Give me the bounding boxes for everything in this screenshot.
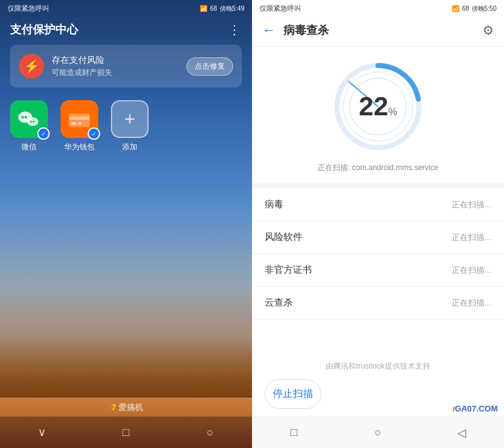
right-watermark: iGA07.COM	[452, 404, 498, 413]
left-panel: 仅限紧急呼叫 📶 68 傍晚5:49 支付保护中心 ⋮ ⚡ 存在支付风险 可能造…	[0, 0, 252, 448]
wechat-label: 微信	[21, 142, 37, 152]
risk-software-label: 风险软件	[265, 231, 302, 243]
right-battery-text: 68	[462, 5, 469, 12]
scan-item-virus: 病毒 正在扫描...	[252, 188, 504, 221]
left-emergency-text: 仅限紧急呼叫	[8, 4, 49, 13]
risk-software-status: 正在扫描...	[452, 232, 491, 243]
warning-sub-text: 可能造成财产损失	[52, 67, 186, 78]
huawei-wallet-app-item[interactable]: ✓ 华为钱包	[60, 100, 98, 152]
cloud-label: 云查杀	[265, 297, 293, 309]
left-signal-area: 📶 68 傍晚5:49	[200, 4, 244, 13]
cert-label: 非官方证书	[265, 264, 312, 276]
right-emergency-text: 仅限紧急呼叫	[260, 4, 301, 13]
left-home-nav[interactable]: □	[113, 420, 139, 445]
right-title-bar: ← 病毒查杀 ⚙	[252, 17, 504, 47]
scan-container: 22% 正在扫描: com.android.mms.service	[252, 47, 504, 183]
scan-item-cloud: 云查杀 正在扫描...	[252, 287, 504, 319]
add-app-item[interactable]: + 添加	[111, 100, 149, 152]
scan-item-risk-software: 风险软件 正在扫描...	[252, 221, 504, 254]
cloud-status: 正在扫描...	[452, 297, 491, 309]
left-battery-text: 68	[210, 5, 217, 12]
warning-card: ⚡ 存在支付风险 可能造成财产损失 点击修复	[10, 45, 242, 88]
warning-text-area: 存在支付风险 可能造成财产损失	[52, 55, 186, 78]
right-time: 傍晚5:50	[472, 4, 496, 13]
percent-number: 22	[359, 91, 389, 121]
wechat-shield-badge: ✓	[37, 127, 50, 140]
percent-display: 22%	[359, 93, 398, 120]
svg-point-1	[21, 116, 24, 118]
app-icons-row: ✓ 微信 ✓ 华为钱包 + 添加	[0, 88, 252, 152]
settings-icon[interactable]: ⚙	[483, 23, 494, 38]
warning-icon: ⚡	[19, 54, 44, 79]
svg-rect-9	[78, 122, 81, 125]
back-button[interactable]: ←	[262, 22, 276, 38]
stop-scan-button[interactable]: 停止扫描	[265, 379, 321, 409]
wechat-app-item[interactable]: ✓ 微信	[10, 100, 48, 152]
fix-button[interactable]: 点击修复	[186, 57, 233, 76]
cert-status: 正在扫描...	[452, 265, 491, 276]
right-wifi-icon: 📶	[452, 5, 459, 12]
scanning-text: 正在扫描: com.android.mms.service	[318, 163, 438, 173]
svg-point-5	[33, 121, 35, 123]
scan-items-list: 病毒 正在扫描... 风险软件 正在扫描... 非官方证书 正在扫描... 云查…	[252, 188, 504, 353]
left-menu-button[interactable]: ⋮	[228, 22, 242, 37]
add-icon: +	[111, 100, 149, 138]
virus-status: 正在扫描...	[452, 199, 491, 210]
wallet-label: 华为钱包	[64, 142, 94, 152]
left-watermark: i7 爱搞机	[109, 402, 142, 413]
left-wifi-icon: 📶	[200, 5, 207, 12]
svg-rect-8	[71, 122, 76, 125]
left-recent-nav[interactable]: ○	[197, 420, 222, 445]
svg-point-2	[25, 116, 27, 118]
warning-main-text: 存在支付风险	[52, 55, 186, 66]
svg-point-4	[30, 121, 32, 123]
left-page-title: 支付保护中心	[10, 22, 78, 37]
right-page-title: 病毒查杀	[284, 23, 329, 38]
left-bottom-nav: ∨ □ ○	[0, 416, 252, 448]
wallet-shield-badge: ✓	[88, 127, 100, 140]
left-back-nav[interactable]: ∨	[30, 420, 55, 445]
right-panel: 仅限紧急呼叫 📶 68 傍晚5:50 ← 病毒查杀 ⚙	[252, 0, 504, 448]
right-signal-area: 📶 68 傍晚5:50	[452, 4, 496, 13]
right-back-nav[interactable]: ◁	[449, 420, 474, 445]
progress-circle: 22%	[331, 59, 425, 154]
right-status-bar: 仅限紧急呼叫 📶 68 傍晚5:50	[252, 0, 504, 17]
right-bottom-nav: □ ○ ◁	[252, 416, 504, 448]
right-recent-nav[interactable]: ○	[365, 420, 391, 445]
scan-item-cert: 非官方证书 正在扫描...	[252, 254, 504, 287]
add-label: 添加	[122, 142, 137, 152]
provider-text: 由腾讯和trustlook提供技术支持	[252, 361, 504, 372]
percent-symbol: %	[388, 106, 397, 117]
left-status-bar: 仅限紧急呼叫 📶 68 傍晚5:49	[0, 0, 252, 17]
left-title-bar: 支付保护中心 ⋮	[0, 17, 252, 45]
left-time: 傍晚5:49	[220, 4, 244, 13]
huawei-wallet-icon: ✓	[60, 100, 98, 138]
virus-label: 病毒	[265, 198, 284, 210]
right-home-nav[interactable]: □	[282, 420, 307, 445]
svg-rect-7	[69, 117, 89, 120]
wechat-icon: ✓	[10, 100, 48, 138]
right-title-left: ← 病毒查杀	[262, 22, 329, 38]
